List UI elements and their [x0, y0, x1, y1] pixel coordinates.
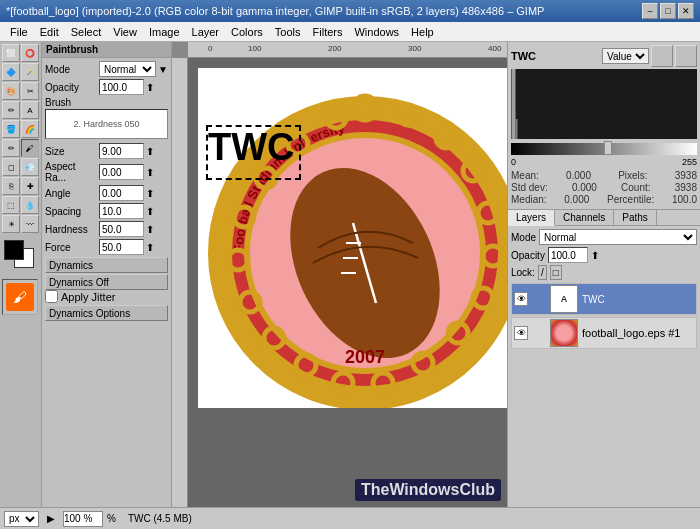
- size-spin[interactable]: ⬆: [146, 146, 154, 157]
- hardness-spin[interactable]: ⬆: [146, 224, 154, 235]
- tool-text[interactable]: A: [21, 101, 39, 119]
- gradient-handle[interactable]: [604, 141, 612, 155]
- hardness-input[interactable]: [99, 221, 144, 237]
- unit-dropdown[interactable]: px: [4, 511, 39, 527]
- histogram-btn-1[interactable]: [651, 45, 673, 67]
- toolbox: ⬜ ⭕ 🔷 🪄 🎨 ✂ ✏ A 🪣 🌈 ✏ 🖌 ◻ 💨 ⎘ ✚ ⬚ �: [0, 42, 42, 507]
- tool-scissors[interactable]: ✂: [21, 82, 39, 100]
- mode-expand-icon[interactable]: ▼: [158, 64, 168, 75]
- tool-perspective[interactable]: ⬚: [2, 196, 20, 214]
- median-label: Median:: [511, 194, 547, 205]
- angle-spin[interactable]: ⬆: [146, 188, 154, 199]
- histogram-type-dropdown[interactable]: Value: [602, 48, 649, 64]
- panel-tabs: Layers Channels Paths: [508, 210, 700, 226]
- force-spin[interactable]: ⬆: [146, 242, 154, 253]
- stddev-value: 0.000: [572, 182, 597, 193]
- tool-blend[interactable]: 🌈: [21, 120, 39, 138]
- tool-dodge[interactable]: ☀: [2, 215, 20, 233]
- menu-image[interactable]: Image: [143, 24, 186, 40]
- lock-pixel-icon[interactable]: /: [538, 265, 547, 280]
- layer-eye-football[interactable]: 👁: [514, 326, 528, 340]
- title-bar: *[football_logo] (imported)-2.0 (RGB col…: [0, 0, 700, 22]
- tool-options-body: Mode Normal ▼ Opacity ⬆ Brush 2. Hardnes…: [42, 58, 171, 507]
- layers-mode-dropdown[interactable]: Normal: [539, 229, 697, 245]
- menu-windows[interactable]: Windows: [348, 24, 405, 40]
- tool-smudge[interactable]: 〰: [21, 215, 39, 233]
- size-input[interactable]: [99, 143, 144, 159]
- histogram-stddev-row: Std dev: 0.000 Count: 3938: [511, 182, 697, 193]
- tool-airbrush[interactable]: 💨: [21, 158, 39, 176]
- maximize-button[interactable]: □: [660, 3, 676, 19]
- dynamics-off-button[interactable]: Dynamics Off: [45, 274, 168, 290]
- angle-input[interactable]: [99, 185, 144, 201]
- layers-mode-label: Mode: [511, 232, 536, 243]
- lock-alpha-icon[interactable]: □: [550, 265, 562, 280]
- tool-fuzzy-select[interactable]: 🪄: [21, 63, 39, 81]
- angle-label: Angle: [45, 188, 97, 199]
- foreground-color-swatch[interactable]: [4, 240, 24, 260]
- dynamics-options-button[interactable]: Dynamics Options: [45, 305, 168, 321]
- aspect-spin[interactable]: ⬆: [146, 167, 154, 178]
- layers-opacity-label: Opacity: [511, 250, 545, 261]
- apply-jitter-checkbox[interactable]: [45, 290, 58, 303]
- histogram-btn-2[interactable]: [675, 45, 697, 67]
- tab-layers[interactable]: Layers: [508, 210, 555, 226]
- tool-heal[interactable]: ✚: [21, 177, 39, 195]
- close-button[interactable]: ✕: [678, 3, 694, 19]
- menu-tools[interactable]: Tools: [269, 24, 307, 40]
- zoom-input[interactable]: [63, 511, 103, 527]
- active-tool-indicator: 🖌: [2, 279, 38, 315]
- brush-row: 2. Hardness 050: [45, 109, 168, 141]
- layer-item-football[interactable]: 👁 football_logo.eps #1: [511, 317, 697, 349]
- opacity-input[interactable]: [99, 79, 144, 95]
- opacity-label: Opacity: [45, 82, 97, 93]
- layer-item-twc[interactable]: 👁 A TWC: [511, 283, 697, 315]
- menu-view[interactable]: View: [107, 24, 143, 40]
- percentile-label: Percentile:: [607, 194, 654, 205]
- spacing-input[interactable]: [99, 203, 144, 219]
- ruler-mark-300: 300: [408, 44, 421, 53]
- tool-pencil[interactable]: ✏: [2, 139, 20, 157]
- canvas-viewport[interactable]: Football Stadium University 2007: [188, 58, 507, 507]
- spacing-spin[interactable]: ⬆: [146, 206, 154, 217]
- layers-opacity-input[interactable]: [548, 247, 588, 263]
- menu-filters[interactable]: Filters: [307, 24, 349, 40]
- tool-free-select[interactable]: 🔷: [2, 63, 20, 81]
- tool-paintbrush[interactable]: 🖌: [21, 139, 39, 157]
- hardness-label: Hardness: [45, 224, 97, 235]
- tool-eraser[interactable]: ◻: [2, 158, 20, 176]
- menu-file[interactable]: File: [4, 24, 34, 40]
- tool-rect-select[interactable]: ⬜: [2, 44, 20, 62]
- menu-select[interactable]: Select: [65, 24, 108, 40]
- menu-help[interactable]: Help: [405, 24, 440, 40]
- aspect-input[interactable]: [99, 164, 144, 180]
- brush-preview[interactable]: 2. Hardness 050: [45, 109, 168, 139]
- layer-thumb-football: [550, 319, 578, 347]
- menu-colors[interactable]: Colors: [225, 24, 269, 40]
- tool-bucket[interactable]: 🪣: [2, 120, 20, 138]
- tool-by-color[interactable]: 🎨: [2, 82, 20, 100]
- tool-ellipse-select[interactable]: ⭕: [21, 44, 39, 62]
- svg-rect-32: [516, 119, 518, 139]
- tool-blur[interactable]: 💧: [21, 196, 39, 214]
- canvas-area: 0 100 200 300 400: [172, 42, 507, 507]
- range-end: 255: [682, 157, 697, 167]
- aspect-row: Aspect Ra... ⬆: [45, 161, 168, 183]
- tab-paths[interactable]: Paths: [614, 210, 657, 225]
- minimize-button[interactable]: –: [642, 3, 658, 19]
- median-value: 0.000: [564, 194, 589, 205]
- tab-channels[interactable]: Channels: [555, 210, 614, 225]
- mode-dropdown[interactable]: Normal: [99, 61, 156, 77]
- dynamics-button[interactable]: Dynamics: [45, 257, 168, 273]
- force-input[interactable]: [99, 239, 144, 255]
- tool-paths[interactable]: ✏: [2, 101, 20, 119]
- menu-edit[interactable]: Edit: [34, 24, 65, 40]
- gradient-slider[interactable]: [511, 143, 697, 155]
- opacity-spin-icon[interactable]: ⬆: [146, 82, 154, 93]
- tool-clone[interactable]: ⎘: [2, 177, 20, 195]
- layer-eye-twc[interactable]: 👁: [514, 292, 528, 306]
- menu-layer[interactable]: Layer: [186, 24, 226, 40]
- menu-bar: File Edit Select View Image Layer Colors…: [0, 22, 700, 42]
- opacity-up-icon[interactable]: ⬆: [591, 250, 599, 261]
- ruler-left: [172, 58, 188, 507]
